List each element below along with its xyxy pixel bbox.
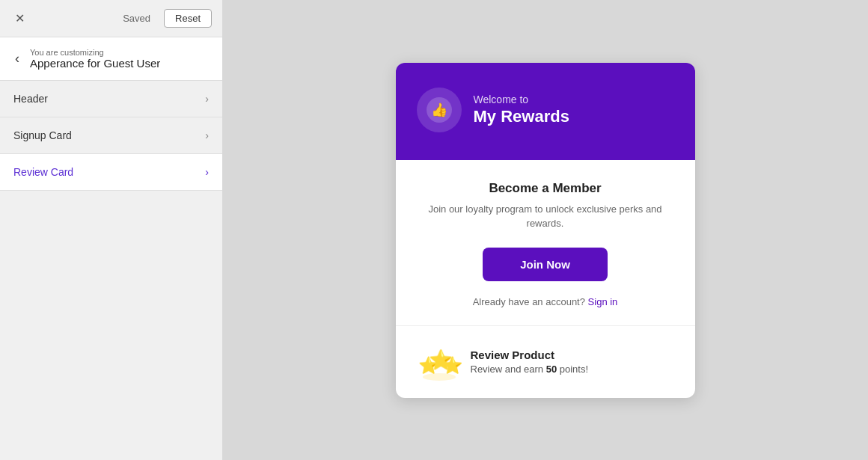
- become-member-title: Become a Member: [417, 181, 674, 196]
- review-product-title: Review Product: [471, 349, 589, 361]
- join-now-button[interactable]: Join Now: [483, 248, 608, 281]
- review-description: Review and earn 50 points!: [471, 364, 589, 375]
- welcome-label: Welcome to: [474, 93, 569, 105]
- stars-icon: ⭐ ⭐ ⭐: [417, 343, 459, 381]
- svg-text:👍: 👍: [431, 102, 448, 118]
- chevron-icon-signup: ›: [205, 129, 209, 141]
- nav-item-header-label: Header: [13, 93, 48, 105]
- top-actions: Saved Reset: [115, 9, 212, 28]
- reset-button[interactable]: Reset: [164, 9, 212, 28]
- nav-items: Header › Signup Card › Review Card ›: [0, 81, 222, 191]
- sign-in-link[interactable]: Sign in: [588, 296, 618, 307]
- review-desc-suffix: points!: [557, 364, 588, 375]
- customizing-label: You are customizing: [30, 48, 160, 57]
- customizing-section: ‹ You are customizing Apperance for Gues…: [0, 37, 222, 81]
- signin-text: Already have an account? Sign in: [417, 296, 674, 307]
- already-account-label: Already have an account?: [473, 296, 585, 307]
- chevron-icon-review: ›: [205, 166, 209, 178]
- review-points: 50: [546, 364, 557, 375]
- nav-item-signup-label: Signup Card: [13, 129, 72, 141]
- nav-item-review-label: Review Card: [13, 166, 73, 178]
- widget-card: 👍 Welcome to My Rewards Become a Member …: [396, 63, 695, 398]
- top-bar: ✕ Saved Reset: [0, 0, 222, 37]
- signup-section: Become a Member Join our loyalty program…: [396, 160, 695, 326]
- header-text: Welcome to My Rewards: [474, 93, 569, 126]
- back-button[interactable]: ‹: [12, 49, 22, 68]
- chevron-icon-header: ›: [205, 93, 209, 105]
- customizing-text: You are customizing Apperance for Guest …: [30, 48, 160, 70]
- close-button[interactable]: ✕: [10, 10, 29, 27]
- review-section: ⭐ ⭐ ⭐ Review Product Review and earn 50 …: [396, 326, 695, 398]
- widget-header: 👍 Welcome to My Rewards: [396, 63, 695, 160]
- customizing-name: Apperance for Guest User: [30, 57, 160, 70]
- review-text: Review Product Review and earn 50 points…: [471, 349, 589, 375]
- nav-item-header[interactable]: Header ›: [0, 81, 222, 117]
- rewards-title: My Rewards: [474, 107, 569, 126]
- svg-text:⭐: ⭐: [429, 348, 453, 372]
- right-panel: 👍 Welcome to My Rewards Become a Member …: [222, 0, 868, 460]
- reward-icon: 👍: [417, 88, 462, 132]
- left-panel: ✕ Saved Reset ‹ You are customizing Appe…: [0, 0, 222, 460]
- saved-label: Saved: [115, 10, 158, 27]
- member-description: Join our loyalty program to unlock exclu…: [417, 202, 674, 231]
- nav-item-review-card[interactable]: Review Card ›: [0, 154, 222, 191]
- nav-item-signup-card[interactable]: Signup Card ›: [0, 117, 222, 154]
- review-desc-prefix: Review and earn: [471, 364, 546, 375]
